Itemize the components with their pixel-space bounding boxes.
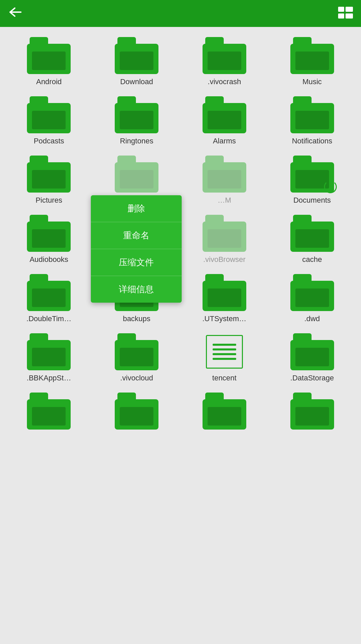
folder-cache[interactable]: cache	[270, 215, 354, 264]
folder-icon-cache	[290, 215, 334, 252]
folder-bbkappst[interactable]: .BBKAppSt…	[7, 333, 91, 382]
context-menu-details[interactable]: 详细信息	[91, 276, 182, 303]
folder-label-datastorage: .DataStorage	[290, 374, 334, 382]
folder-audiobooks[interactable]: Audiobooks	[7, 215, 91, 264]
folder-label-bbkappst: .BBKAppSt…	[27, 374, 71, 382]
header	[0, 0, 361, 27]
folder-label-android: Android	[36, 77, 62, 86]
folder-datastorage[interactable]: .DataStorage	[270, 333, 354, 382]
folder-icon-pictures	[27, 156, 71, 193]
folder-vivocloud[interactable]: .vivocloud	[95, 333, 179, 382]
folder-icon-vivocloud	[115, 333, 158, 370]
folder-icon-music	[290, 37, 334, 74]
context-menu-delete[interactable]: 删除	[91, 195, 182, 222]
folder-label-utsystem: .UTSystem…	[202, 314, 246, 323]
folder-label-download: Download	[120, 77, 153, 86]
folder-label-podcasts: Podcasts	[34, 137, 64, 145]
folder-icon-android	[27, 37, 71, 74]
folder-dcim[interactable]: …M	[182, 156, 267, 205]
file-tencent[interactable]: tencent	[182, 333, 267, 382]
folder-icon-vivocrash	[203, 37, 246, 74]
folder-icon-documents	[290, 156, 334, 193]
folder-row7col1[interactable]	[7, 393, 91, 433]
folder-icon-download	[115, 37, 158, 74]
folder-icon-datastorage	[290, 333, 334, 370]
folder-icon-doubletim	[27, 274, 71, 311]
context-menu-rename[interactable]: 重命名	[91, 222, 182, 249]
context-menu-compress[interactable]: 压缩文件	[91, 249, 182, 276]
folder-label-audiobooks: Audiobooks	[30, 255, 68, 264]
folder-icon-row7col1	[27, 393, 71, 430]
folder-label-vivobrowser: .vivoBrowser	[203, 255, 246, 264]
folder-row7col2[interactable]	[95, 393, 179, 433]
folder-ringtones[interactable]: Ringtones	[95, 96, 179, 145]
context-menu-overlay: 删除 重命名 压缩文件 详细信息	[91, 195, 182, 303]
folder-music[interactable]: Music	[270, 37, 354, 86]
folder-label-dcim: …M	[218, 196, 231, 205]
folder-label-tencent: tencent	[212, 374, 237, 382]
folder-label-notifications: Notifications	[292, 137, 332, 145]
folder-label-cache: cache	[302, 255, 322, 264]
back-button[interactable]	[8, 7, 22, 20]
folder-documents[interactable]: Documents	[270, 156, 354, 205]
folder-utsystem[interactable]: .UTSystem…	[182, 274, 267, 323]
folder-icon-row7col2	[115, 393, 158, 430]
folder-icon-ringtones	[115, 96, 158, 133]
folder-label-dwd: .dwd	[304, 314, 320, 323]
folder-doubletim[interactable]: .DoubleTim…	[7, 274, 91, 323]
folder-icon-vivobrowser	[203, 215, 246, 252]
folder-notifications[interactable]: Notifications	[270, 96, 354, 145]
app-container: Android Download .vivocrash	[0, 0, 361, 443]
folder-vivocrash[interactable]: .vivocrash	[182, 37, 267, 86]
folder-download[interactable]: Download	[95, 37, 179, 86]
folder-pictures[interactable]: Pictures	[7, 156, 91, 205]
svg-rect-3	[338, 13, 344, 19]
folder-vivobrowser[interactable]: .vivoBrowser	[182, 215, 267, 264]
folder-icon-alarms	[203, 96, 246, 133]
folder-label-pictures: Pictures	[36, 196, 62, 205]
context-menu: 删除 重命名 压缩文件 详细信息	[91, 195, 182, 303]
folder-dwd[interactable]: .dwd	[270, 274, 354, 323]
grid-view-button[interactable]	[338, 7, 353, 20]
svg-rect-4	[346, 13, 353, 19]
folder-label-documents: Documents	[293, 196, 331, 205]
folder-label-backups: backups	[123, 314, 150, 323]
folder-icon-audiobooks	[27, 215, 71, 252]
file-icon-tencent	[203, 333, 246, 370]
folder-icon-utsystem	[203, 274, 246, 311]
folder-icon-movies	[115, 156, 158, 193]
folder-podcasts[interactable]: Podcasts	[7, 96, 91, 145]
folder-label-music: Music	[302, 77, 322, 86]
folder-icon-bbkappst	[27, 333, 71, 370]
folder-alarms[interactable]: Alarms	[182, 96, 267, 145]
folder-row7col4[interactable]	[270, 393, 354, 433]
folder-icon-notifications	[290, 96, 334, 133]
folder-icon-row7col4	[290, 393, 334, 430]
folder-label-ringtones: Ringtones	[120, 137, 153, 145]
folder-label-vivocrash: .vivocrash	[208, 77, 241, 86]
folder-label-alarms: Alarms	[213, 137, 236, 145]
folder-icon-row7col3	[203, 393, 246, 430]
folder-icon-dwd	[290, 274, 334, 311]
svg-rect-1	[338, 7, 344, 12]
folder-label-vivocloud: .vivocloud	[120, 374, 153, 382]
folder-icon-dcim	[203, 156, 246, 193]
refresh-icon	[324, 180, 337, 193]
folder-row7col3[interactable]	[182, 393, 267, 433]
folder-icon-podcasts	[27, 96, 71, 133]
folder-android[interactable]: Android	[7, 37, 91, 86]
folder-label-doubletim: .DoubleTim…	[27, 314, 72, 323]
svg-rect-2	[346, 7, 353, 12]
